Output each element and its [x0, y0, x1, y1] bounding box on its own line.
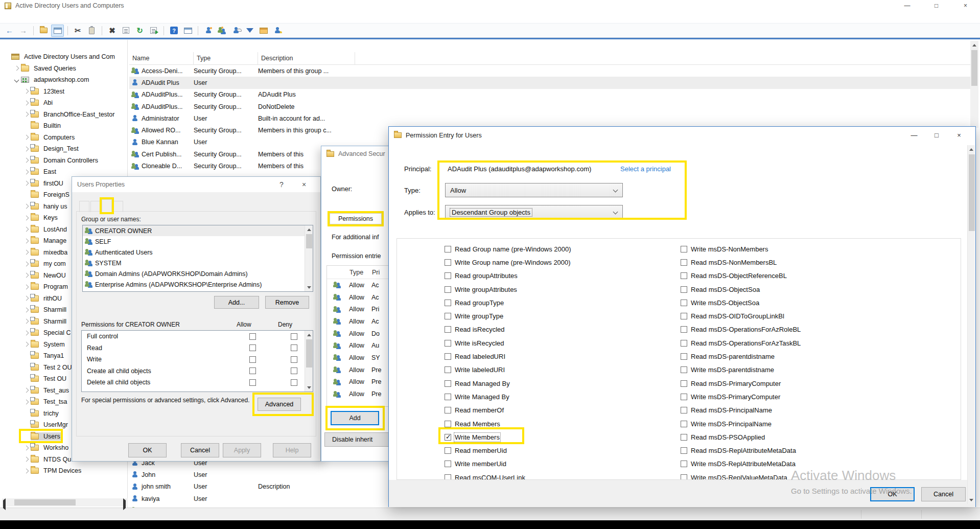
checkbox[interactable] — [445, 353, 451, 360]
checkbox[interactable] — [445, 447, 451, 454]
deny-checkbox[interactable] — [291, 379, 297, 386]
deny-checkbox[interactable] — [291, 367, 297, 374]
help-button[interactable]: ? — [270, 177, 293, 192]
deny-checkbox[interactable] — [291, 333, 297, 340]
group-list-item[interactable]: Domain Admins (ADAPWORKSHOP\Domain Admin… — [83, 268, 313, 279]
ADAudit Plus[interactable]: ADAudit Plus User — [129, 77, 970, 88]
checkbox[interactable] — [445, 434, 451, 441]
expander-icon[interactable] — [24, 261, 29, 266]
filter-icon[interactable] — [243, 25, 256, 37]
checkbox[interactable] — [681, 272, 687, 279]
deny-checkbox[interactable] — [291, 356, 297, 363]
checkbox[interactable] — [445, 272, 451, 279]
expander-icon[interactable] — [24, 215, 29, 220]
expander-icon[interactable] — [24, 146, 29, 151]
expander-icon[interactable] — [24, 307, 29, 312]
minimize-button[interactable]: — — [893, 0, 922, 11]
properties-icon[interactable] — [120, 25, 132, 37]
expander-icon[interactable] — [24, 319, 29, 324]
scroll-up-icon[interactable] — [305, 331, 313, 339]
tree-item[interactable]: adapworkshop.com — [2, 74, 127, 86]
close-icon[interactable]: × — [948, 128, 970, 143]
type-column-header[interactable]: Type — [349, 269, 372, 276]
expander-icon[interactable] — [24, 112, 29, 117]
tree-item[interactable]: TPM Devices — [2, 465, 127, 477]
checkbox[interactable] — [445, 366, 451, 373]
maximize-button[interactable]: □ — [922, 0, 951, 11]
ADAuditPlus...[interactable]: ADAuditPlus... Security Group... DoNotDe… — [129, 101, 970, 112]
expander-icon[interactable] — [24, 89, 29, 94]
expander-icon[interactable] — [24, 135, 29, 140]
expander-icon[interactable] — [24, 273, 29, 278]
help-icon[interactable] — [168, 25, 180, 37]
remove-button[interactable]: Remove — [265, 296, 309, 309]
Administrator[interactable]: Administrator User Built-in account for … — [129, 112, 970, 124]
list-vertical-scrollbar[interactable] — [970, 41, 978, 128]
ok-button[interactable]: OK — [870, 487, 915, 501]
checkbox[interactable] — [445, 380, 451, 387]
ok-button[interactable]: OK — [128, 443, 167, 457]
up-one-level-icon[interactable] — [37, 25, 50, 37]
add-member-icon[interactable] — [229, 25, 242, 37]
allow-checkbox[interactable] — [249, 356, 256, 363]
tree-item[interactable]: Abi — [2, 97, 127, 109]
window-icon[interactable] — [181, 25, 194, 37]
group-list-item[interactable]: Enterprise Admins (ADAPWORKSHOP\Enterpri… — [83, 279, 313, 290]
checkbox[interactable] — [681, 313, 687, 319]
checkbox[interactable] — [681, 421, 687, 427]
group-list-item[interactable]: SYSTEM — [83, 258, 313, 268]
tab[interactable] — [113, 201, 123, 212]
column-header-type[interactable]: Type — [194, 52, 258, 64]
expander-icon[interactable] — [24, 284, 29, 289]
scroll-up-icon[interactable] — [305, 225, 313, 234]
scroll-up-icon[interactable] — [970, 41, 978, 49]
checkbox[interactable] — [445, 326, 451, 333]
scroll-down-icon[interactable] — [968, 496, 975, 504]
expander-icon[interactable] — [24, 445, 29, 450]
group-list-item[interactable]: CREATOR OWNER — [83, 225, 313, 236]
checkbox[interactable] — [681, 461, 687, 467]
expander-icon[interactable] — [24, 181, 29, 186]
cancel-button[interactable]: Cancel — [921, 487, 966, 501]
checkbox[interactable] — [445, 286, 451, 293]
expander-icon[interactable] — [24, 399, 29, 404]
delegate-icon[interactable] — [271, 25, 284, 37]
scrollbar[interactable] — [305, 225, 313, 291]
expander-icon[interactable] — [24, 158, 29, 163]
checkbox[interactable] — [445, 461, 451, 467]
checkbox[interactable] — [681, 259, 687, 266]
tree-item[interactable]: Builtin — [2, 120, 127, 132]
scroll-up-icon[interactable] — [968, 145, 975, 153]
ADAuditPlus...[interactable]: ADAuditPlus... Security Group... ADAudit… — [129, 89, 970, 101]
checkbox[interactable] — [681, 447, 687, 454]
tab[interactable] — [79, 201, 89, 212]
checkbox[interactable] — [681, 246, 687, 252]
group-list-item[interactable]: Authenticated Users — [83, 247, 313, 258]
cut-icon[interactable]: ✂ — [72, 25, 84, 37]
tree-item[interactable]: Saved Queries — [2, 63, 127, 75]
expander-icon[interactable] — [14, 77, 19, 82]
tab[interactable] — [102, 199, 112, 212]
principal-column-header[interactable]: Pri — [372, 269, 380, 276]
show-console-tree-icon[interactable] — [51, 25, 64, 37]
scrollbar-thumb[interactable] — [969, 154, 975, 231]
checkbox[interactable] — [681, 380, 687, 387]
forward-icon[interactable]: → — [17, 25, 30, 37]
applies-to-dropdown[interactable]: Descendant Group objects — [445, 205, 623, 219]
expander-icon[interactable] — [24, 169, 29, 174]
help-button[interactable]: Help — [273, 443, 311, 457]
expander-icon[interactable] — [24, 100, 29, 105]
close-button[interactable]: × — [951, 0, 980, 11]
cancel-button[interactable]: Cancel — [181, 443, 219, 457]
checkbox[interactable] — [445, 421, 451, 427]
checkbox[interactable] — [681, 474, 687, 480]
checkbox[interactable] — [681, 407, 687, 413]
tab[interactable] — [90, 201, 101, 212]
checkbox[interactable] — [445, 313, 451, 319]
add-button[interactable]: Add... — [214, 296, 259, 309]
permissions-tab[interactable]: Permissions — [330, 213, 382, 224]
group-list-item[interactable]: SELF — [83, 236, 313, 247]
expander-icon[interactable] — [24, 468, 29, 473]
new-group-icon[interactable] — [216, 25, 228, 37]
advanced-button[interactable]: Advanced — [258, 398, 301, 411]
